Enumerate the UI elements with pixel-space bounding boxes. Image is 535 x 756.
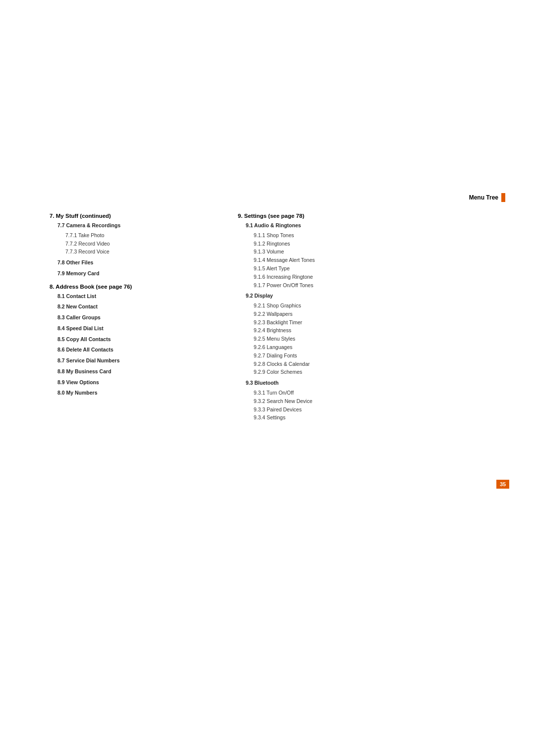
items-92: 9.2.1 Shop Graphics 9.2.2 Wallpapers 9.2… [238,302,495,376]
list-item: 9.1.6 Increasing Ringtone [254,273,495,281]
list-item: 9.1.7 Power On/Off Tones [254,281,495,290]
list-item: 9.3.3 Paired Devices [254,405,495,414]
list-item: 9.2.7 Dialing Fonts [254,352,495,360]
list-item: 9.2.3 Backlight Timer [254,318,495,327]
section-9-block: 9. Settings (see page 78) 9.1 Audio & Ri… [238,213,495,422]
page-container: Menu Tree 7. My Stuff (continued) 7.7 Ca… [0,0,535,756]
list-item: 9.2.9 Color Schemes [254,368,495,376]
list-item: 9.3.1 Turn On/Off [254,389,495,397]
content-area: 7. My Stuff (continued) 7.7 Camera & Rec… [50,213,495,428]
subsection-81-title: 8.1 Contact List [50,293,213,301]
subsection-84-title: 8.4 Speed Dial List [50,325,213,333]
menu-tree-header: Menu Tree [469,193,505,202]
list-item: 9.2.8 Clocks & Calendar [254,360,495,368]
menu-tree-accent-bar [501,193,505,202]
subsection-82-title: 8.2 New Contact [50,303,213,311]
subsection-87-title: 8.7 Service Dial Numbers [50,357,213,365]
list-item: 9.1.5 Alert Type [254,264,495,273]
items-93: 9.3.1 Turn On/Off 9.3.2 Search New Devic… [238,389,495,422]
subsection-93-title: 9.3 Bluetooth [238,379,495,387]
list-item: 9.2.4 Brightness [254,326,495,335]
items-771-773: 7.7.1 Take Photo 7.7.2 Record Video 7.7.… [50,231,213,256]
list-item: 9.3.4 Settings [254,413,495,422]
list-item: 9.3.2 Search New Device [254,397,495,405]
list-item: 7.7.2 Record Video [65,240,213,248]
subsection-92-title: 9.2 Display [238,292,495,300]
list-item: 7.7.1 Take Photo [65,231,213,240]
list-item: 9.1.2 Ringtones [254,240,495,248]
list-item: 9.2.6 Languages [254,343,495,352]
subsection-85-title: 8.5 Copy All Contacts [50,336,213,344]
section-7-title: 7. My Stuff (continued) [50,213,213,219]
page-number-badge: 35 [496,480,509,489]
section-7-block: 7. My Stuff (continued) 7.7 Camera & Rec… [50,213,213,278]
list-item: 7.7.3 Record Voice [65,248,213,256]
subsection-77-title: 7.7 Camera & Recordings [50,222,213,230]
subsection-80-title: 8.0 My Numbers [50,389,213,397]
subsection-78-title: 7.8 Other Files [50,259,213,267]
list-item: 9.1.4 Message Alert Tones [254,256,495,264]
subsection-91-title: 9.1 Audio & Ringtones [238,222,495,230]
list-item: 9.1.3 Volume [254,248,495,256]
left-column: 7. My Stuff (continued) 7.7 Camera & Rec… [50,213,228,428]
section-8-block: 8. Address Book (see page 76) 8.1 Contac… [50,284,213,398]
list-item: 9.2.1 Shop Graphics [254,302,495,310]
menu-tree-label: Menu Tree [469,194,498,201]
items-91: 9.1.1 Shop Tones 9.1.2 Ringtones 9.1.3 V… [238,231,495,290]
section-8-title: 8. Address Book (see page 76) [50,284,213,290]
list-item: 9.2.5 Menu Styles [254,335,495,343]
subsection-86-title: 8.6 Delete All Contacts [50,346,213,354]
subsection-83-title: 8.3 Caller Groups [50,314,213,322]
subsection-88-title: 8.8 My Business Card [50,368,213,376]
subsection-79-title: 7.9 Memory Card [50,270,213,278]
right-column: 9. Settings (see page 78) 9.1 Audio & Ri… [228,213,495,428]
list-item: 9.1.1 Shop Tones [254,231,495,240]
section-9-title: 9. Settings (see page 78) [238,213,495,219]
subsection-89-title: 8.9 View Options [50,379,213,387]
list-item: 9.2.2 Wallpapers [254,310,495,318]
